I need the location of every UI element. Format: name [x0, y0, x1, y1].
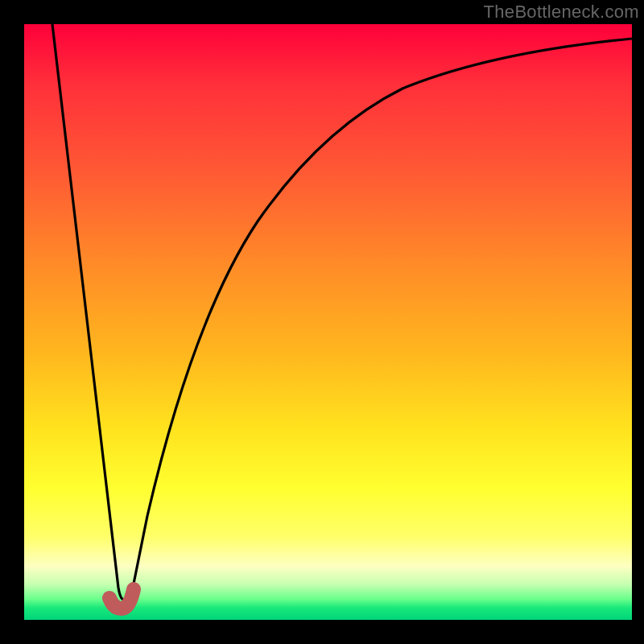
- bottleneck-curve: [52, 24, 632, 600]
- plot-area: [24, 24, 632, 620]
- watermark-text: TheBottleneck.com: [484, 2, 639, 23]
- chart-svg: [24, 24, 632, 620]
